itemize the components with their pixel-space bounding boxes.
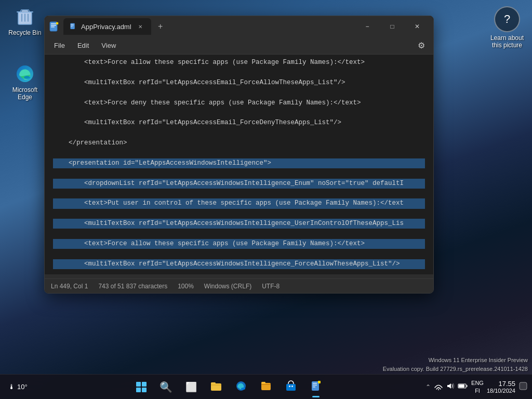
- svg-point-19: [241, 388, 245, 390]
- svg-rect-16: [211, 383, 221, 391]
- menubar: File Edit View ⚙: [45, 37, 433, 55]
- file-tab[interactable]: AppPrivacy.adml ✕: [63, 18, 151, 35]
- editor-area[interactable]: <text>Force allow these specific apps (u…: [45, 55, 433, 274]
- taskbar-right: ⌃: [425, 379, 528, 394]
- tray-network[interactable]: [434, 381, 443, 393]
- cursor-position: Ln 449, Col 1: [51, 283, 88, 290]
- recycle-bin-label: Recycle Bin: [8, 29, 41, 36]
- windows-info: Windows 11 Enterprise Insider Preview Ev…: [383, 356, 528, 373]
- locale-area: ENGFI: [471, 379, 484, 394]
- tray-chevron[interactable]: ⌃: [425, 383, 431, 391]
- code-line: <multiTextBox refId="LetAppsAccessEmail_…: [53, 118, 425, 128]
- taskbar-edge[interactable]: [230, 376, 252, 398]
- recycle-bin-image: [15, 6, 35, 27]
- taskbar-search[interactable]: 🔍: [155, 376, 178, 398]
- titlebar: AppPrivacy.adml ✕ + − □ ✕: [45, 16, 433, 37]
- clock[interactable]: 17.55 18/10/2024: [487, 380, 515, 394]
- notifications-button[interactable]: [518, 381, 528, 393]
- taskbar-file-explorer[interactable]: [205, 376, 228, 398]
- svg-rect-12: [136, 382, 141, 387]
- svg-rect-14: [136, 388, 141, 392]
- taskbar-notepad[interactable]: [304, 376, 327, 398]
- weather-temp: 10°: [17, 383, 28, 391]
- file-explorer-icon: [210, 380, 222, 394]
- svg-rect-15: [142, 388, 147, 392]
- recycle-bin-icon[interactable]: Recycle Bin: [4, 4, 46, 38]
- code-line: <text>Force deny these specific apps (us…: [53, 98, 425, 108]
- minimize-button[interactable]: −: [355, 18, 379, 35]
- language-indicator[interactable]: ENGFI: [471, 379, 484, 394]
- svg-rect-7: [56, 22, 58, 24]
- zoom-level: 100%: [178, 283, 194, 290]
- system-tray-icons: ⌃: [425, 381, 468, 393]
- code-line: <text>Put user in control of these speci…: [53, 198, 425, 208]
- editor-scroll[interactable]: <text>Force allow these specific apps (u…: [45, 57, 433, 272]
- taskview-icon: ⬜: [185, 381, 197, 393]
- taskbar: 🌡 10° 🔍 ⬜: [0, 374, 532, 399]
- line-ending: Windows (CRLF): [204, 283, 251, 290]
- notepad-app-icon: [49, 21, 59, 32]
- statusbar: Ln 449, Col 1 743 of 51 837 characters 1…: [45, 278, 433, 293]
- tab-area: AppPrivacy.adml ✕ +: [63, 18, 355, 35]
- code-line: <dropdownList refId="LetAppsAccessWindow…: [53, 179, 425, 189]
- svg-rect-22: [286, 384, 296, 391]
- store-icon: [285, 380, 297, 394]
- edge-image: [15, 63, 35, 84]
- svg-rect-6: [51, 26, 55, 28]
- tab-close-button[interactable]: ✕: [136, 22, 145, 31]
- ms-edge-label: Microsoft Edge: [6, 86, 44, 101]
- edit-menu[interactable]: Edit: [72, 39, 94, 51]
- code-line: <multiTextBox refId="LetAppsAccessWindow…: [53, 219, 425, 229]
- clock-date: 18/10/2024: [487, 388, 515, 394]
- new-tab-button[interactable]: +: [153, 19, 168, 34]
- clock-time: 17.55: [487, 380, 515, 388]
- learn-about-icon[interactable]: ? Learn about this picture: [486, 4, 528, 51]
- tray-sound[interactable]: [446, 382, 455, 392]
- taskbar-taskview[interactable]: ⬜: [180, 376, 203, 398]
- char-count: 743 of 51 837 characters: [98, 283, 167, 290]
- start-button[interactable]: [130, 376, 153, 398]
- ms-edge-icon[interactable]: Microsoft Edge: [4, 61, 46, 103]
- svg-rect-24: [291, 385, 293, 387]
- search-icon: 🔍: [159, 381, 172, 393]
- win-info-line2: Evaluation copy. Build 27729.rs_prerelea…: [383, 365, 528, 374]
- window-controls: − □ ✕: [355, 18, 429, 35]
- encoding: UTF-8: [262, 283, 280, 290]
- code-content: <text>Force allow these specific apps (u…: [45, 57, 433, 272]
- view-menu[interactable]: View: [96, 39, 121, 51]
- svg-point-30: [438, 389, 439, 390]
- settings-button[interactable]: ⚙: [414, 38, 429, 53]
- learn-about-label: Learn about this picture: [488, 34, 526, 49]
- weather-widget[interactable]: 🌡 10°: [4, 381, 32, 393]
- tab-filename: AppPrivacy.adml: [81, 23, 131, 31]
- maximize-button[interactable]: □: [380, 18, 404, 35]
- svg-rect-33: [466, 385, 468, 387]
- svg-rect-25: [312, 381, 319, 391]
- svg-rect-26: [313, 383, 317, 384]
- svg-rect-32: [459, 384, 464, 388]
- svg-rect-21: [261, 382, 265, 384]
- weather-icon: 🌡: [8, 383, 15, 391]
- taskbar-center: 🔍 ⬜: [32, 376, 425, 398]
- learn-about-image: ?: [494, 6, 520, 32]
- tray-battery[interactable]: [458, 382, 468, 392]
- code-line: <text>Force allow these specific apps (u…: [53, 239, 425, 249]
- notepad-taskbar-icon: [310, 380, 322, 394]
- svg-rect-29: [318, 381, 321, 383]
- svg-point-2: [24, 76, 30, 79]
- desktop: Recycle Bin Microsoft Edge ? Learn about…: [0, 0, 532, 399]
- svg-rect-11: [71, 26, 73, 27]
- taskbar-store[interactable]: [280, 376, 302, 398]
- file-menu[interactable]: File: [49, 39, 70, 51]
- svg-rect-4: [51, 23, 56, 24]
- horizontal-scrollbar[interactable]: [45, 274, 433, 278]
- svg-rect-8: [70, 23, 74, 29]
- close-button[interactable]: ✕: [405, 18, 429, 35]
- notepad-window: AppPrivacy.adml ✕ + − □ ✕ File Edit View…: [44, 16, 434, 294]
- svg-rect-5: [51, 25, 56, 26]
- svg-rect-9: [71, 24, 74, 25]
- svg-rect-34: [520, 382, 527, 390]
- svg-rect-27: [313, 384, 317, 385]
- code-line: <multiTextBox refId="LetAppsAccessEmail_…: [53, 78, 425, 88]
- taskbar-explorer2[interactable]: [255, 376, 277, 398]
